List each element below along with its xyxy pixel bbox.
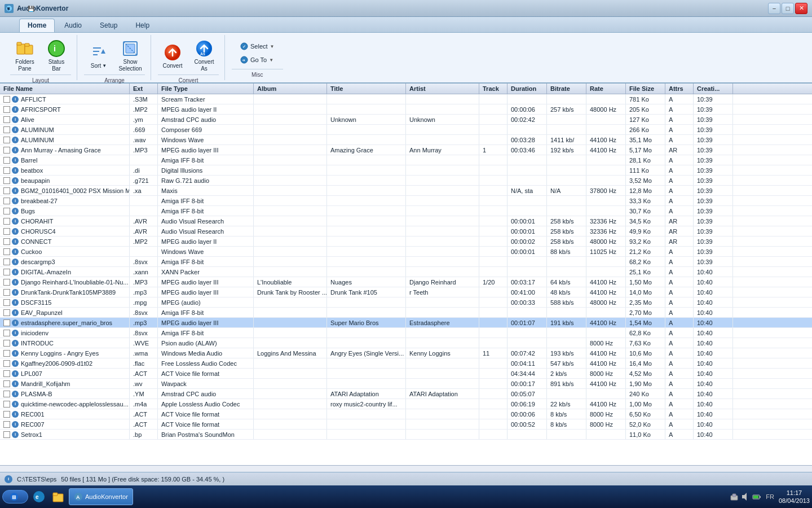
file-checkbox[interactable] — [3, 431, 10, 438]
file-checkbox[interactable] — [3, 309, 10, 316]
table-row[interactable]: iAlive.ymAmstrad CPC audioUnknownUnknown… — [0, 115, 812, 125]
col-header-attrs[interactable]: Attrs — [665, 84, 694, 94]
file-checkbox[interactable] — [3, 157, 10, 164]
tab-home[interactable]: Home — [19, 19, 55, 32]
table-row[interactable]: iINTRODUC.WVEPsion audio (ALAW)8000 Hz7,… — [0, 338, 812, 348]
table-row[interactable]: iDIGITAL-AmazeIn.xannXANN Packer25,1 KoA… — [0, 267, 812, 277]
status-bar-button[interactable]: i StatusBar — [42, 37, 71, 75]
minimize-button[interactable]: − — [768, 3, 780, 14]
file-checkbox[interactable] — [3, 116, 10, 123]
file-checkbox[interactable] — [3, 228, 10, 235]
file-checkbox[interactable] — [3, 198, 10, 204]
table-row[interactable]: iREC001.ACTACT Voice file format00:00:06… — [0, 409, 812, 419]
file-checkbox[interactable] — [3, 380, 10, 387]
col-header-rate[interactable]: Rate — [586, 84, 626, 94]
horizontal-scrollbar[interactable] — [0, 465, 812, 472]
file-checkbox[interactable] — [3, 340, 10, 347]
taskbar-pinned-ie[interactable]: e — [30, 488, 47, 505]
table-row[interactable]: iDrunkTank-DrunkTank105MP3889.mp3MPEG au… — [0, 287, 812, 297]
table-row[interactable]: iKenny Loggins - Angry Eyes.wmaWindows M… — [0, 348, 812, 358]
go-to-button[interactable]: ➜ Go To ▼ — [236, 54, 279, 65]
file-checkbox[interactable] — [3, 187, 10, 194]
taskbar-audiokonvertor[interactable]: A AudioKonvertor — [69, 488, 133, 505]
table-row[interactable]: ibeaupapin.g721Raw G.721 audio3,52 MoA10… — [0, 176, 812, 186]
tab-help[interactable]: Help — [127, 19, 158, 32]
folders-pane-button[interactable]: FoldersPane — [10, 37, 39, 75]
table-row[interactable]: iMandrill_Kofijahm.wvWavpack00:00:17891 … — [0, 379, 812, 389]
qa-save-button[interactable]: 💾 — [26, 3, 36, 14]
table-row[interactable]: iALUMINUM.wavWindows Wave00:03:281411 kb… — [0, 135, 812, 145]
table-row[interactable]: iBGM2_01016401_0002 PSX Mission Mo....xa… — [0, 186, 812, 196]
qa-dropdown-button[interactable]: ▼ — [3, 3, 14, 14]
table-row[interactable]: idescargmp3.8svxAmiga IFF 8-bit68,2 KoA1… — [0, 257, 812, 267]
file-checkbox[interactable] — [3, 299, 10, 306]
table-row[interactable]: iSetrox1.bpBrian Postma's SoundMon11,0 K… — [0, 430, 812, 440]
file-checkbox[interactable] — [3, 126, 10, 133]
table-row[interactable]: ibreakbeat-27Amiga IFF 8-bit33,3 KoA10:3… — [0, 196, 812, 206]
file-checkbox[interactable] — [3, 167, 10, 174]
col-header-filetype[interactable]: File Type — [158, 84, 254, 94]
table-row[interactable]: ibeatbox.diDigital Illusions111 KoA10:39 — [0, 165, 812, 176]
file-checkbox[interactable] — [3, 238, 10, 245]
table-row[interactable]: iPLASMA-B.YMAmstrad CPC audioATARI Adapt… — [0, 389, 812, 399]
col-header-bitrate[interactable]: Bitrate — [547, 84, 586, 94]
file-checkbox[interactable] — [3, 279, 10, 286]
file-checkbox[interactable] — [3, 137, 10, 143]
convert-as-button[interactable]: As ConvertAs — [189, 37, 219, 75]
col-header-artist[interactable]: Artist — [406, 84, 479, 94]
taskbar-pinned-folder[interactable] — [50, 488, 67, 505]
table-row[interactable]: iAFRICSPORT.MP2MPEG audio layer II00:00:… — [0, 104, 812, 115]
col-header-duration[interactable]: Duration — [508, 84, 547, 94]
convert-button[interactable]: Convert — [158, 41, 187, 71]
table-row[interactable]: iLPL007.ACTACT Voice file format04:34:44… — [0, 369, 812, 379]
table-row[interactable]: iDjango Reinhard-L'Inoubliable-01-Nu....… — [0, 277, 812, 287]
col-header-track[interactable]: Track — [479, 84, 508, 94]
col-header-filesize[interactable]: File Size — [626, 84, 665, 94]
table-row[interactable]: iBarrelAmiga IFF 8-bit28,1 KoA10:39 — [0, 155, 812, 165]
col-header-title[interactable]: Title — [327, 84, 406, 94]
file-checkbox[interactable] — [3, 289, 10, 296]
select-button[interactable]: ✓ Select ▼ — [236, 41, 279, 52]
file-checkbox[interactable] — [3, 177, 10, 184]
table-row[interactable]: iAnn Murray - Amasing Grace.MP3MPEG audi… — [0, 145, 812, 155]
col-header-filename[interactable]: File Name — [0, 84, 130, 94]
table-row[interactable]: iDSCF3115.mpgMPEG (audio)00:00:33588 kb/… — [0, 297, 812, 308]
table-row[interactable]: iBugsAmiga IFF 8-bit30,7 KoA10:39 — [0, 206, 812, 216]
file-checkbox[interactable] — [3, 350, 10, 357]
file-checkbox[interactable] — [3, 391, 10, 397]
file-checkbox[interactable] — [3, 319, 10, 326]
table-row[interactable]: iiniciodenv.8svxAmiga IFF 8-bit62,8 KoA1… — [0, 328, 812, 338]
table-row[interactable]: iALUMINUM.669Composer 669266 KoA10:39 — [0, 125, 812, 135]
sort-button[interactable]: Sort ▼ — [84, 41, 113, 71]
file-checkbox[interactable] — [3, 269, 10, 275]
col-header-created[interactable]: Creati... — [694, 84, 733, 94]
tab-audio[interactable]: Audio — [56, 19, 90, 32]
file-checkbox[interactable] — [3, 330, 10, 336]
table-row[interactable]: iCONNECT.MP2MPEG audio layer II00:00:022… — [0, 237, 812, 247]
table-row[interactable]: iCHORAHIT.AVRAudio Visual Research00:00:… — [0, 216, 812, 226]
close-button[interactable]: ✕ — [795, 3, 807, 14]
file-checkbox[interactable] — [3, 248, 10, 255]
table-row[interactable]: iestradasphere.super_mario_bros.mp3MPEG … — [0, 318, 812, 328]
file-checkbox[interactable] — [3, 106, 10, 113]
maximize-button[interactable]: □ — [782, 3, 794, 14]
file-checkbox[interactable] — [3, 259, 10, 265]
table-row[interactable]: iREC007.ACTACT Voice file format00:00:52… — [0, 419, 812, 430]
file-checkbox[interactable] — [3, 218, 10, 225]
qa-back-button[interactable]: ↩ — [15, 3, 25, 14]
show-selection-button[interactable]: ShowSelection — [116, 37, 145, 75]
table-row[interactable]: iCuckooWindows Wave00:00:0188 kb/s11025 … — [0, 247, 812, 257]
file-checkbox[interactable] — [3, 411, 10, 418]
file-checkbox[interactable] — [3, 147, 10, 154]
col-header-ext[interactable]: Ext — [130, 84, 158, 94]
file-checkbox[interactable] — [3, 401, 10, 408]
file-checkbox[interactable] — [3, 370, 10, 377]
file-checkbox[interactable] — [3, 360, 10, 367]
file-checkbox[interactable] — [3, 421, 10, 428]
start-button[interactable]: ⊞ — [2, 490, 28, 503]
table-row[interactable]: iCHORUSC4.AVRAudio Visual Research00:00:… — [0, 226, 812, 237]
table-row[interactable]: iquicktime-newcodec-applelosslessau....m… — [0, 399, 812, 409]
tab-setup[interactable]: Setup — [91, 19, 126, 32]
file-checkbox[interactable] — [3, 208, 10, 214]
table-row[interactable]: iEAV_Rapunzel.8svxAmiga IFF 8-bit2,70 Mo… — [0, 308, 812, 318]
